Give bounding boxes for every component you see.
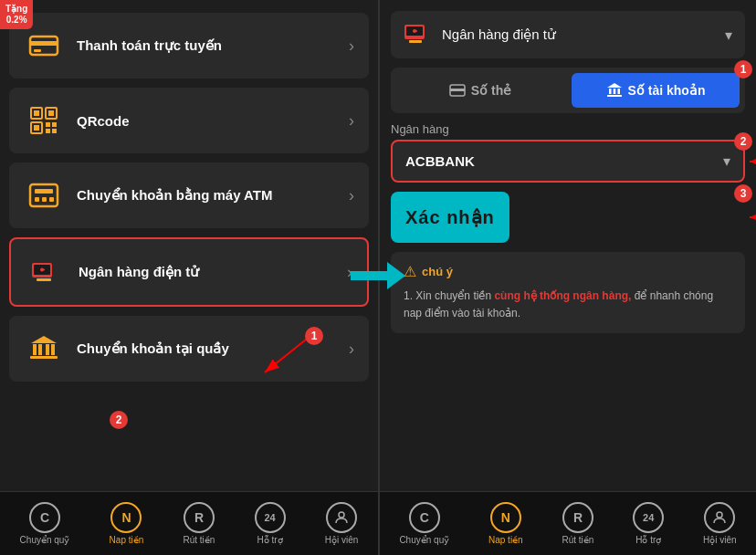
bank-icon <box>24 329 64 369</box>
nav-icon-nap-tien-right: N <box>490 502 521 533</box>
menu-label-thanh-toan: Thanh toán trực tuyến <box>77 37 349 54</box>
notice-title: chú ý <box>422 265 453 278</box>
svg-rect-27 <box>51 344 55 355</box>
nav-rut-tien-left[interactable]: R Rút tiền <box>184 502 215 545</box>
svg-marker-23 <box>31 336 57 343</box>
menu-arrow-qrcode: › <box>349 111 354 131</box>
svg-rect-6 <box>48 110 54 116</box>
bank-arrow <box>745 152 756 171</box>
menu-arrow-ngan-hang: › <box>347 263 352 282</box>
bank-digital-icon <box>26 252 66 292</box>
menu-list: Thanh toán trực tuyến › <box>0 0 378 491</box>
menu-arrow-thanh-toan: › <box>349 37 354 56</box>
svg-rect-44 <box>617 89 620 94</box>
bottom-nav-right: C Chuyển quỹ N Nap tiền R Rút tiền 24 Hỗ… <box>380 491 756 555</box>
svg-rect-26 <box>46 344 49 355</box>
nav-label-hoi-vien-right: Hội viên <box>703 535 737 545</box>
svg-marker-41 <box>607 83 622 88</box>
card-icon <box>449 82 466 99</box>
svg-rect-40 <box>450 89 465 91</box>
notice-header: ⚠ chú ý <box>404 263 732 280</box>
svg-rect-9 <box>46 122 50 127</box>
dropdown-arrow: ▾ <box>725 26 732 44</box>
nav-ho-tro-left[interactable]: 24 Hỗ trợ <box>255 502 286 545</box>
svg-rect-13 <box>30 184 58 206</box>
svg-rect-16 <box>42 197 47 202</box>
bank-type-dropdown[interactable]: Ngân hàng điện tử ▾ <box>391 11 745 58</box>
nav-label-chuyen-quy-left: Chuyển quỹ <box>20 535 70 545</box>
nav-icon-nap-tien-left: N <box>110 502 142 533</box>
svg-rect-22 <box>37 278 51 281</box>
tab-so-tai-khoan[interactable]: Số tài khoản <box>572 73 740 108</box>
nav-label-ho-tro-right: Hỗ trợ <box>635 535 661 545</box>
svg-point-49 <box>717 512 722 518</box>
menu-item-chuyen-khoan[interactable]: Chuyển khoản tại quầy › <box>9 316 369 382</box>
bank-account-icon <box>606 82 623 99</box>
annotation-3-right: 3 <box>734 184 752 203</box>
tab-so-the[interactable]: Số thẻ <box>396 73 564 108</box>
bank-selector[interactable]: ACBBANK ▾ <box>391 140 745 183</box>
menu-arrow-atm: › <box>349 186 354 205</box>
menu-item-atm[interactable]: Chuyển khoản bằng máy ATM › <box>9 162 369 228</box>
svg-rect-14 <box>35 189 53 194</box>
nav-nap-tien-right[interactable]: N Nap tiền <box>488 502 523 545</box>
svg-rect-11 <box>46 129 50 133</box>
svg-rect-42 <box>609 89 612 94</box>
nav-hoi-vien-left[interactable]: Hội viên <box>325 502 359 545</box>
tab-label-so-the: Số thẻ <box>471 83 511 98</box>
qr-icon <box>24 100 64 141</box>
svg-rect-43 <box>613 89 615 94</box>
menu-arrow-chuyen-khoan: › <box>349 340 354 359</box>
nav-icon-chuyen-quy-right: C <box>409 502 440 533</box>
menu-item-ngan-hang[interactable]: Ngân hàng điện tử › <box>9 237 369 307</box>
svg-point-31 <box>339 512 344 518</box>
nav-rut-tien-right[interactable]: R Rút tiền <box>562 502 593 545</box>
nav-icon-hoi-vien-left <box>326 502 357 533</box>
svg-rect-10 <box>52 122 57 127</box>
svg-rect-8 <box>34 125 39 131</box>
nav-icon-ho-tro-left: 24 <box>255 502 286 533</box>
bank-name: ACBBANK <box>405 153 723 169</box>
svg-rect-45 <box>607 95 622 97</box>
nav-ho-tro-right[interactable]: 24 Hỗ trợ <box>633 502 664 545</box>
svg-rect-15 <box>35 197 39 202</box>
bank-type-label: Ngân hàng điện tử <box>442 26 725 43</box>
nav-label-rut-tien-left: Rút tiền <box>184 535 215 545</box>
svg-rect-24 <box>33 344 37 355</box>
notice-text: 1. Xin chuyển tiền cùng hệ thống ngân hà… <box>404 288 732 322</box>
nav-label-ho-tro-left: Hỗ trợ <box>257 535 283 545</box>
menu-label-atm: Chuyển khoản bằng máy ATM <box>77 187 349 204</box>
menu-item-qrcode[interactable]: QRcode › <box>9 88 369 153</box>
bank-section: Ngân hàng ACBBANK ▾ 2 <box>391 122 745 183</box>
menu-label-qrcode: QRcode <box>77 113 349 129</box>
nav-label-hoi-vien-left: Hội viên <box>325 535 359 545</box>
nav-icon-ho-tro-right: 24 <box>633 502 664 533</box>
right-content: Ngân hàng điện tử ▾ Số thẻ <box>380 0 756 491</box>
bank-section-label: Ngân hàng <box>391 122 745 136</box>
nav-chuyen-quy-right[interactable]: C Chuyển quỹ <box>399 502 449 545</box>
menu-item-thanh-toan[interactable]: Thanh toán trực tuyến › <box>9 13 369 79</box>
payment-icon <box>24 26 64 66</box>
bank-dropdown-arrow: ▾ <box>723 152 730 170</box>
svg-rect-17 <box>49 197 54 202</box>
bottom-nav-left: C Chuyển quỹ N Nap tiền R Rút tiền 24 Hỗ… <box>0 491 378 555</box>
svg-rect-38 <box>409 40 422 43</box>
bank-digital-icon-right <box>404 20 433 49</box>
nav-label-rut-tien-right: Rút tiền <box>562 535 593 545</box>
confirm-button[interactable]: Xác nhận <box>391 192 509 243</box>
nav-icon-rut-tien-left: R <box>184 502 215 533</box>
svg-rect-4 <box>34 110 39 116</box>
svg-rect-12 <box>52 129 57 133</box>
confirm-arrow <box>745 208 756 226</box>
svg-rect-28 <box>30 356 58 359</box>
svg-rect-1 <box>30 41 58 46</box>
nav-label-chuyen-quy-right: Chuyển quỹ <box>399 535 449 545</box>
nav-chuyen-quy-left[interactable]: C Chuyển quỹ <box>20 502 70 545</box>
tab-row: Số thẻ Số tài khoản <box>391 68 745 113</box>
nav-hoi-vien-right[interactable]: Hội viên <box>703 502 737 545</box>
atm-icon <box>24 175 64 215</box>
tab-label-so-tai-khoan: Số tài khoản <box>628 83 706 98</box>
svg-rect-25 <box>38 344 42 355</box>
notice-box: ⚠ chú ý 1. Xin chuyển tiền cùng hệ thống… <box>391 252 745 333</box>
nav-nap-tien-left[interactable]: N Nap tiền <box>110 502 144 545</box>
